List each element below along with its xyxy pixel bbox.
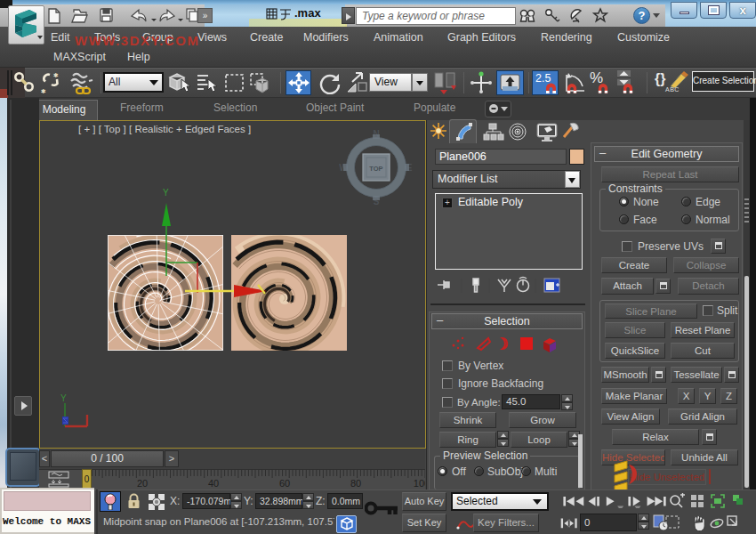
- svg-text:✱: ✱: [41, 88, 46, 94]
- svg-text:✱: ✱: [53, 72, 59, 78]
- svg-text:TOP: TOP: [369, 165, 382, 173]
- svg-text:20: 20: [137, 478, 148, 489]
- svg-text:Y: Y: [60, 393, 67, 403]
- svg-text:60: 60: [279, 478, 290, 489]
- svg-text:40: 40: [208, 478, 219, 489]
- svg-text:80: 80: [350, 478, 361, 489]
- svg-text:Y: Y: [163, 188, 169, 198]
- svg-text:100: 100: [414, 478, 425, 489]
